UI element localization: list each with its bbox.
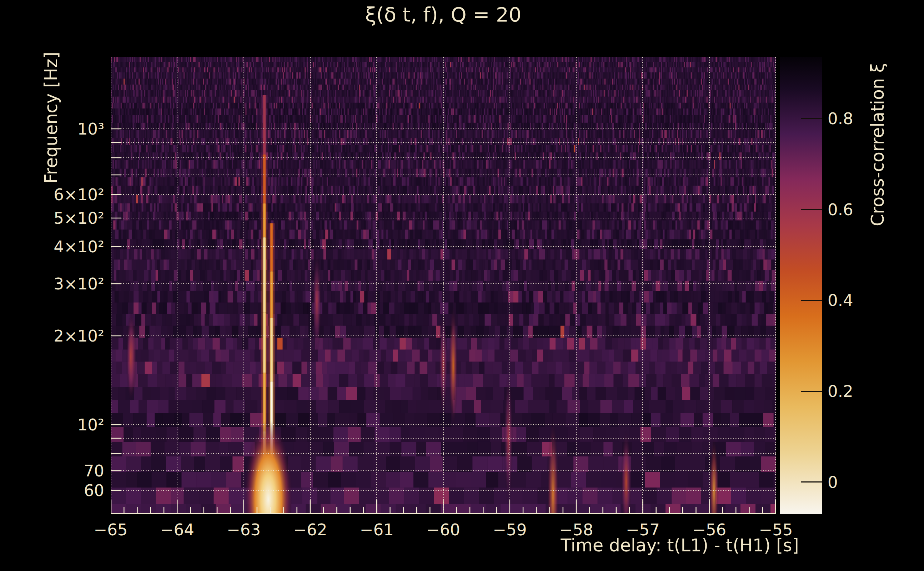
y-tick-label: 10² xyxy=(77,415,104,434)
colorbar-tick-label: 0.8 xyxy=(828,109,853,128)
y-tick-label: 4×10² xyxy=(54,237,104,256)
colorbar-tick xyxy=(801,118,822,119)
chart-title: ξ(δ t, f), Q = 20 xyxy=(111,3,776,26)
x-axis-label: Time delay: t(L1) - t(H1) [s] xyxy=(561,536,799,556)
x-tick-label: −63 xyxy=(227,520,261,539)
y-tick-label: 2×10² xyxy=(54,326,104,345)
colorbar-tick-label: 0 xyxy=(828,472,838,491)
x-tick-label: −60 xyxy=(426,520,460,539)
x-tick-label: −61 xyxy=(360,520,394,539)
y-tick-label: 70 xyxy=(84,461,104,480)
figure: ξ(δ t, f), Q = 20 Frequency [Hz] 10³6×10… xyxy=(0,0,924,571)
y-tick-label: 5×10² xyxy=(54,209,104,228)
y-tick-label: 60 xyxy=(84,481,104,500)
colorbar-tick-label: 0.6 xyxy=(828,200,853,219)
colorbar-tick-label: 0.4 xyxy=(828,291,853,310)
x-tick-label: −65 xyxy=(94,520,128,539)
colorbar-tick xyxy=(801,209,822,210)
y-axis-label: Frequency [Hz] xyxy=(41,52,62,184)
colorbar xyxy=(780,57,822,514)
y-tick-label: 6×10² xyxy=(54,185,104,204)
y-tick-label: 3×10² xyxy=(54,274,104,293)
colorbar-label: Cross-correlation ξ xyxy=(868,63,888,226)
x-tick-label: −62 xyxy=(293,520,327,539)
x-tick-label: −64 xyxy=(160,520,194,539)
colorbar-tick xyxy=(801,391,822,392)
colorbar-tick xyxy=(801,481,822,483)
colorbar-tick xyxy=(801,300,822,301)
colorbar-tick-label: 0.2 xyxy=(828,382,853,401)
y-tick-label: 10³ xyxy=(77,120,104,139)
heatmap-canvas xyxy=(111,57,776,514)
x-tick-label: −59 xyxy=(493,520,527,539)
